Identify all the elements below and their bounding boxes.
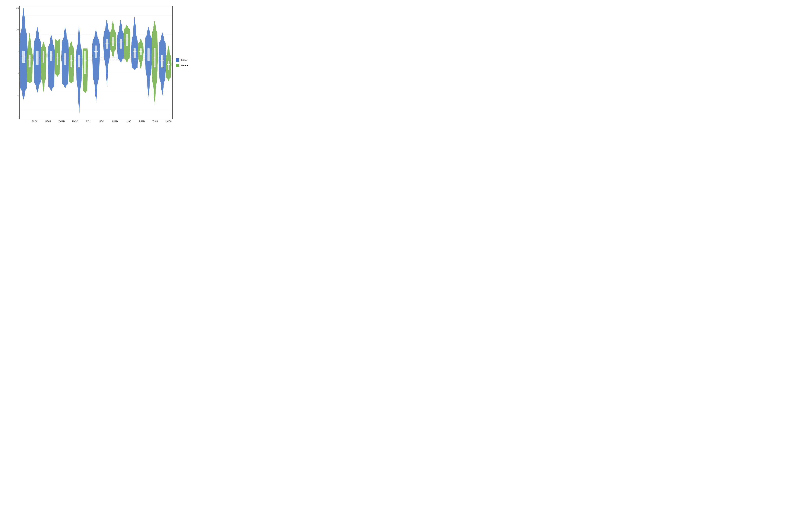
chart-inner: 12108642 TumorNormal BLCABRCACOADHNSCKIC… xyxy=(13,6,195,122)
plot-and-legend: TumorNormal xyxy=(19,6,195,119)
svg-rect-22 xyxy=(70,55,72,67)
svg-rect-8 xyxy=(22,51,24,63)
legend-item: Normal xyxy=(176,64,195,67)
chart-container: 12108642 TumorNormal BLCABRCACOADHNSCKIC… xyxy=(8,4,195,122)
svg-rect-46 xyxy=(161,55,163,67)
chart-body: 12108642 TumorNormal BLCABRCACOADHNSCKIC… xyxy=(8,6,195,122)
y-tick-label: 10 xyxy=(16,29,18,31)
svg-rect-38 xyxy=(134,49,136,58)
svg-rect-14 xyxy=(43,51,44,63)
svg-rect-26 xyxy=(85,51,86,74)
svg-rect-24 xyxy=(78,55,80,67)
y-tick-label: 2 xyxy=(17,116,18,118)
y-axis-label xyxy=(8,6,13,122)
x-labels-inner: BLCABRCACOADHNSCKICHKIRCLUADLUSCPRADTHCA… xyxy=(26,119,172,122)
y-tick-label: 8 xyxy=(17,51,18,53)
svg-rect-32 xyxy=(112,37,114,46)
legend-item: Tumor xyxy=(176,58,195,62)
svg-rect-42 xyxy=(148,49,149,61)
svg-rect-16 xyxy=(50,51,52,61)
legend-color-box xyxy=(176,58,179,62)
legend-area: TumorNormal xyxy=(172,6,195,119)
svg-rect-34 xyxy=(120,39,121,49)
x-axis-labels: BLCABRCACOADHNSCKICHKIRCLUADLUSCPRADTHCA… xyxy=(13,119,195,122)
svg-rect-20 xyxy=(64,53,66,65)
svg-rect-28 xyxy=(95,46,97,58)
svg-rect-48 xyxy=(168,61,169,70)
legend-label: Tumor xyxy=(181,59,188,61)
legend-color-box xyxy=(176,64,179,67)
plot-area-wrapper: 12108642 TumorNormal xyxy=(13,6,195,119)
y-tick-label: 12 xyxy=(16,7,18,9)
svg-rect-10 xyxy=(29,55,30,67)
plot-area xyxy=(19,6,172,119)
svg-rect-36 xyxy=(126,34,128,46)
legend-label: Normal xyxy=(181,64,188,67)
y-ticks: 12108642 xyxy=(13,6,19,119)
svg-rect-18 xyxy=(57,53,58,65)
y-tick-label: 6 xyxy=(17,72,18,75)
y-tick-label: 4 xyxy=(17,94,18,97)
svg-rect-40 xyxy=(140,49,142,55)
